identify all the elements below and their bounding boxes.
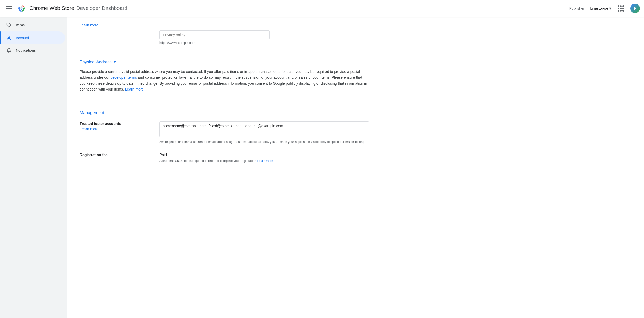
- bell-icon: [6, 48, 12, 53]
- physical-address-learn-more-link[interactable]: Learn more: [125, 86, 144, 92]
- registration-fee-row: Registration fee Paid A one-time $5.00 f…: [80, 153, 369, 163]
- sidebar-account-label: Account: [16, 36, 29, 40]
- physical-address-header: Physical Address ▾: [80, 60, 369, 65]
- header-left: Chrome Web Store Developer Dashboard: [4, 4, 569, 13]
- registration-fee-value: Paid: [159, 153, 369, 157]
- menu-button[interactable]: [4, 4, 14, 13]
- physical-address-section: Physical Address ▾ Please provide a curr…: [80, 60, 369, 102]
- management-section: Management Trusted tester accounts Learn…: [80, 110, 369, 163]
- sidebar-item-items[interactable]: Items: [0, 19, 65, 31]
- app-name: Chrome Web Store: [29, 5, 74, 11]
- publisher-label: Publisher:: [569, 6, 586, 10]
- registration-fee-field-col: Paid A one-time $5.00 fee is required in…: [159, 153, 369, 163]
- registration-fee-label-col: Registration fee: [80, 153, 153, 163]
- trusted-tester-field-col: somename@example.com, fr3ed@example.com,…: [159, 121, 369, 144]
- svg-point-8: [8, 36, 10, 38]
- divider-1: [80, 53, 369, 53]
- apps-grid-button[interactable]: [616, 3, 626, 14]
- physical-address-description: Please provide a current, valid postal a…: [80, 69, 368, 96]
- sidebar-items-label: Items: [16, 23, 25, 27]
- person-icon: [6, 35, 12, 40]
- avatar[interactable]: F: [630, 4, 640, 13]
- registration-fee-hint: A one-time $5.00 fee is required in orde…: [159, 159, 369, 163]
- trusted-tester-hint: (whitespace- or comma-separated email ad…: [159, 140, 369, 144]
- developer-terms-link[interactable]: developer terms: [111, 75, 137, 80]
- app-subtitle: Developer Dashboard: [76, 5, 127, 11]
- trusted-tester-label: Trusted tester accounts: [80, 121, 153, 126]
- sidebar: Items Account Notifications: [0, 17, 67, 318]
- management-title: Management: [80, 110, 369, 115]
- content-area: Learn more https://www.example.com Physi…: [67, 17, 382, 177]
- physical-address-title[interactable]: Physical Address: [80, 60, 112, 65]
- chevron-down-icon: ▾: [609, 6, 611, 11]
- privacy-policy-input[interactable]: [159, 30, 270, 39]
- sidebar-item-notifications[interactable]: Notifications: [0, 44, 65, 57]
- package-icon: [6, 23, 12, 28]
- privacy-learn-more-link[interactable]: Learn more: [80, 23, 99, 27]
- trusted-tester-row: Trusted tester accounts Learn more somen…: [80, 121, 369, 144]
- trusted-tester-learn-more-link[interactable]: Learn more: [80, 127, 99, 131]
- registration-fee-learn-more-link[interactable]: Learn more: [257, 159, 273, 163]
- publisher-dropdown[interactable]: funastor-se ▾: [590, 6, 611, 11]
- header-right: Publisher: funastor-se ▾ F: [569, 3, 640, 14]
- chrome-logo-icon: [17, 4, 26, 13]
- layout: Items Account Notifications: [0, 17, 644, 318]
- grid-dots-icon: [618, 5, 624, 12]
- sidebar-item-account[interactable]: Account: [0, 31, 65, 44]
- trusted-tester-input[interactable]: somename@example.com, fr3ed@example.com,…: [159, 121, 369, 137]
- registration-fee-hint-text: A one-time $5.00 fee is required in orde…: [159, 159, 256, 163]
- registration-fee-label: Registration fee: [80, 153, 153, 157]
- header: Chrome Web Store Developer Dashboard Pub…: [0, 0, 644, 17]
- header-title: Chrome Web Store Developer Dashboard: [29, 5, 127, 11]
- trusted-tester-label-col: Trusted tester accounts Learn more: [80, 121, 153, 144]
- main-content: Learn more https://www.example.com Physi…: [67, 17, 644, 318]
- physical-address-dropdown-icon[interactable]: ▾: [114, 60, 116, 65]
- svg-rect-3: [20, 6, 23, 9]
- privacy-policy-hint: https://www.example.com: [159, 41, 369, 45]
- publisher-name: funastor-se: [590, 6, 608, 10]
- sidebar-notifications-label: Notifications: [16, 48, 36, 52]
- privacy-policy-section: Learn more https://www.example.com: [80, 23, 369, 45]
